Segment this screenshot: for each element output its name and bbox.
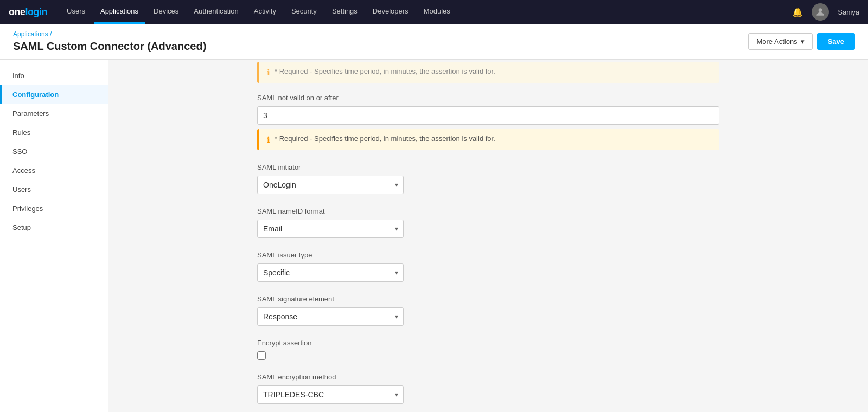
saml-initiator-select[interactable]: OneLogin Service Provider	[257, 176, 404, 194]
saml-encryption-method-select[interactable]: TRIPLEDES-CBC AES-128-CBC AES-256-CBC	[257, 385, 404, 404]
more-actions-button[interactable]: More Actions ▾	[748, 33, 812, 50]
encrypt-assertion-label: Encrypt assertion	[257, 339, 719, 347]
page-header-actions: More Actions ▾ Save	[748, 33, 855, 50]
saml-issuer-type-select[interactable]: Specific Generic	[257, 263, 404, 282]
saml-issuer-type-select-wrap: Specific Generic ▾	[257, 263, 404, 282]
sidebar-item-users[interactable]: Users	[0, 180, 108, 199]
save-button[interactable]: Save	[817, 33, 855, 50]
nav-items: Users Applications Devices Authenticatio…	[60, 0, 792, 24]
nav-item-devices[interactable]: Devices	[147, 0, 185, 24]
username-label[interactable]: Saniya	[838, 8, 859, 16]
sidebar-item-rules[interactable]: Rules	[0, 123, 108, 142]
saml-not-valid-banner-text: * Required - Specifies time period, in m…	[275, 134, 495, 143]
sidebar: Info Configuration Parameters Rules SSO …	[0, 60, 108, 412]
saml-nameid-format-group: SAML nameID format Email Transient Persi…	[257, 207, 719, 238]
saml-nameid-format-select-wrap: Email Transient Persistent Unspecified ▾	[257, 220, 404, 238]
saml-not-valid-input[interactable]	[257, 106, 719, 125]
sidebar-item-parameters[interactable]: Parameters	[0, 104, 108, 123]
saml-encryption-method-group: SAML encryption method TRIPLEDES-CBC AES…	[257, 373, 719, 404]
saml-nameid-format-select[interactable]: Email Transient Persistent Unspecified	[257, 220, 404, 238]
sidebar-item-privileges[interactable]: Privileges	[0, 199, 108, 218]
content-area: ℹ * Required - Specifies time period, in…	[244, 62, 732, 412]
nav-item-security[interactable]: Security	[285, 0, 323, 24]
saml-encryption-method-select-wrap: TRIPLEDES-CBC AES-128-CBC AES-256-CBC ▾	[257, 385, 404, 404]
main-content: ℹ * Required - Specifies time period, in…	[108, 60, 868, 412]
saml-initiator-group: SAML initiator OneLogin Service Provider…	[257, 163, 719, 194]
nav-item-users[interactable]: Users	[60, 0, 92, 24]
sidebar-item-setup[interactable]: Setup	[0, 218, 108, 237]
info-icon: ℹ	[267, 68, 270, 78]
sidebar-item-sso[interactable]: SSO	[0, 142, 108, 161]
info-icon-2: ℹ	[267, 135, 270, 145]
notifications-bell-icon[interactable]: 🔔	[792, 7, 803, 17]
saml-signature-element-label: SAML signature element	[257, 295, 719, 303]
nav-item-activity[interactable]: Activity	[247, 0, 283, 24]
nav-right: 🔔 Saniya	[792, 3, 859, 21]
top-info-banner: ℹ * Required - Specifies time period, in…	[257, 62, 719, 83]
page-header: Applications / SAML Custom Connector (Ad…	[0, 24, 868, 60]
saml-not-valid-group: SAML not valid on or after ℹ * Required …	[257, 94, 719, 150]
main-layout: Info Configuration Parameters Rules SSO …	[0, 60, 868, 412]
top-navigation: onelogin Users Applications Devices Auth…	[0, 0, 868, 24]
sidebar-item-access[interactable]: Access	[0, 161, 108, 180]
saml-not-valid-banner: ℹ * Required - Specifies time period, in…	[257, 129, 719, 150]
saml-initiator-select-wrap: OneLogin Service Provider ▾	[257, 176, 404, 194]
sidebar-item-info[interactable]: Info	[0, 66, 108, 85]
encrypt-assertion-group: Encrypt assertion	[257, 339, 719, 360]
sidebar-item-configuration[interactable]: Configuration	[0, 85, 108, 104]
chevron-down-icon: ▾	[801, 37, 805, 46]
saml-signature-element-select[interactable]: Response Assertion Both	[257, 307, 404, 326]
nav-item-settings[interactable]: Settings	[326, 0, 364, 24]
saml-signature-element-group: SAML signature element Response Assertio…	[257, 295, 719, 326]
more-actions-label: More Actions	[756, 37, 797, 46]
encrypt-assertion-checkbox-wrap	[257, 351, 719, 360]
logo[interactable]: onelogin	[9, 7, 47, 18]
breadcrumb[interactable]: Applications /	[13, 30, 206, 38]
top-banner-text: * Required - Specifies time period, in m…	[275, 67, 495, 75]
page-header-left: Applications / SAML Custom Connector (Ad…	[13, 30, 206, 53]
svg-point-0	[819, 8, 822, 12]
nav-item-applications[interactable]: Applications	[94, 0, 145, 24]
nav-item-developers[interactable]: Developers	[366, 0, 415, 24]
saml-not-valid-label: SAML not valid on or after	[257, 94, 719, 102]
saml-initiator-label: SAML initiator	[257, 163, 719, 171]
page-title: SAML Custom Connector (Advanced)	[13, 40, 206, 53]
saml-nameid-format-label: SAML nameID format	[257, 207, 719, 215]
saml-encryption-method-label: SAML encryption method	[257, 373, 719, 381]
saml-issuer-type-label: SAML issuer type	[257, 251, 719, 259]
nav-item-authentication[interactable]: Authentication	[187, 0, 245, 24]
saml-signature-element-select-wrap: Response Assertion Both ▾	[257, 307, 404, 326]
nav-item-modules[interactable]: Modules	[417, 0, 457, 24]
avatar[interactable]	[812, 3, 829, 21]
saml-issuer-type-group: SAML issuer type Specific Generic ▾	[257, 251, 719, 282]
encrypt-assertion-checkbox[interactable]	[257, 351, 266, 360]
